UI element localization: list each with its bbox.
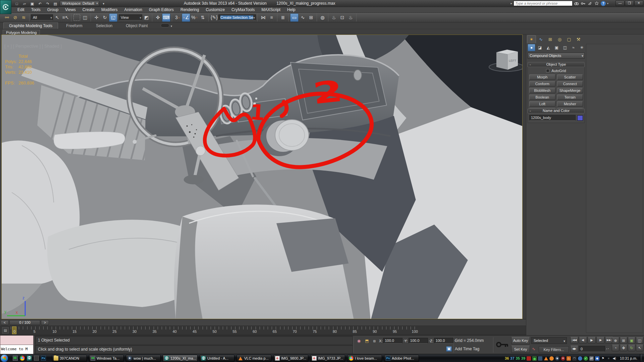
tray-graphics-icon[interactable] xyxy=(538,356,542,361)
loft-button[interactable]: Loft xyxy=(529,101,555,107)
show-desktop-button[interactable] xyxy=(640,354,642,362)
menu-crymaxtools[interactable]: CryMaxTools xyxy=(228,7,258,13)
tray-adobe-icon[interactable] xyxy=(527,356,531,361)
key-step-mode-toggle[interactable]: ◀▶ xyxy=(570,346,578,352)
taskbar-button-photoshop[interactable]: Ps Adobe Phot... xyxy=(384,355,419,362)
help-flyout-icon[interactable]: ▾ xyxy=(607,2,608,5)
spinner-snap-toggle-icon[interactable]: ⇅ xyxy=(199,13,207,22)
tray-usb-icon[interactable]: ⇄ xyxy=(589,356,594,361)
menu-modifiers[interactable]: Modifiers xyxy=(98,7,121,13)
tray-audio-icon[interactable] xyxy=(549,356,554,361)
add-time-tag[interactable]: Add Time Tag xyxy=(455,347,479,351)
quick-access-flyout-icon[interactable]: ▾ xyxy=(100,1,107,6)
selection-lock-icon[interactable]: ⬒ xyxy=(364,338,370,344)
save-file-button[interactable]: ▣ xyxy=(29,1,36,6)
zoom-icon[interactable]: ⊕ xyxy=(612,337,619,344)
connect-button[interactable]: Connect xyxy=(557,81,583,86)
open-file-button[interactable]: ▱ xyxy=(21,1,28,6)
terrain-button[interactable]: Terrain xyxy=(557,95,583,100)
object-color-swatch[interactable] xyxy=(577,115,583,121)
search-input[interactable] xyxy=(514,1,573,6)
viewport-label[interactable]: [ + ] [ Perspective ] [ Shaded ] xyxy=(4,44,62,49)
ribbon-tab-freeform[interactable]: Freeform xyxy=(61,23,88,29)
use-pivot-center-icon[interactable]: ◩ xyxy=(142,13,151,22)
project-folder-button[interactable]: ▤ xyxy=(52,1,59,6)
category-systems-icon[interactable]: ✳ xyxy=(578,44,586,51)
taskbar-button-img-9800[interactable]: IMG_9800.JP... xyxy=(273,355,308,362)
rollout-collapse-icon[interactable]: - xyxy=(530,109,531,113)
unlink-selection-icon[interactable]: ⊘ xyxy=(11,13,19,22)
x-coordinate-field[interactable]: 100.0 xyxy=(383,338,402,344)
object-name-field[interactable]: 1200s_body xyxy=(529,115,576,121)
go-to-start-button[interactable]: |◀◀ xyxy=(570,337,578,344)
menu-graph-editors[interactable]: Graph Editors xyxy=(146,7,177,13)
conform-button[interactable]: Conform xyxy=(529,81,555,86)
perspective-viewport[interactable]: 1 2 [ + ] [ Perspective ] [ Shaded ] Tot… xyxy=(1,35,523,319)
maximize-viewport-toggle-icon[interactable]: ↖ xyxy=(636,345,643,351)
tray-volume-icon[interactable]: ◀) xyxy=(612,356,616,361)
blobmesh-button[interactable]: BlobMesh xyxy=(529,88,555,93)
zoom-extents-all-icon[interactable]: ◫ xyxy=(636,337,643,344)
quicklaunch-chrome-icon[interactable] xyxy=(20,356,25,361)
zoom-extents-icon[interactable]: ▣ xyxy=(628,337,635,344)
default-in-out-tangents-icon[interactable]: ∿ xyxy=(532,347,535,351)
edit-named-selection-sets-icon[interactable]: {✎} xyxy=(210,13,218,22)
current-frame-field[interactable]: 0 xyxy=(579,346,605,352)
select-and-scale-icon[interactable]: ◱ xyxy=(109,13,117,22)
open-mini-curve-editor-icon[interactable]: ▤ xyxy=(2,327,9,334)
maxscript-mini-listener-macro[interactable] xyxy=(0,336,34,345)
field-of-view-icon[interactable]: ◔ xyxy=(612,345,619,351)
name-color-rollout-header[interactable]: - Name and Color xyxy=(528,108,585,113)
tray-satellite-icon[interactable]: ◠ xyxy=(572,356,577,361)
menu-animation[interactable]: Animation xyxy=(121,7,146,13)
favorites-star-icon[interactable] xyxy=(594,1,599,6)
align-icon[interactable]: ≡ xyxy=(267,13,276,22)
quicklaunch-3dsmax-icon[interactable]: ⓖ xyxy=(27,356,32,361)
graphite-ribbon-toggle-icon[interactable]: ▭ xyxy=(290,13,299,22)
material-editor-icon[interactable]: ◍ xyxy=(318,13,327,22)
category-helpers-icon[interactable]: ◫ xyxy=(561,44,569,51)
communication-center-icon[interactable] xyxy=(587,1,593,6)
workspace-dropdown[interactable]: Workspace: Default xyxy=(60,1,99,6)
key-mode-dropdown[interactable]: Selected xyxy=(531,337,567,344)
help-icon[interactable]: ? xyxy=(601,1,606,6)
keyboard-override-toggle-icon[interactable]: ⌨ xyxy=(162,13,170,22)
bind-to-space-warp-icon[interactable]: ≋ xyxy=(19,13,28,22)
object-category-dropdown[interactable]: Compound Objects xyxy=(528,53,585,59)
ribbon-tab-object-paint[interactable]: Object Paint xyxy=(120,23,153,29)
frame-spinner[interactable]: ▲▼ xyxy=(606,346,609,352)
category-shapes-icon[interactable]: ◪ xyxy=(536,44,544,51)
object-type-rollout-header[interactable]: - Object Type xyxy=(528,62,585,67)
select-by-name-icon[interactable]: ≡↖ xyxy=(61,13,70,22)
tab-utilities-icon[interactable]: ⚒ xyxy=(574,35,583,43)
category-spacewarps-icon[interactable]: ≈ xyxy=(570,44,577,51)
mirror-icon[interactable]: ⋈ xyxy=(259,13,267,22)
minimize-button[interactable]: — xyxy=(615,0,625,6)
ribbon-tab-graphite-modeling-tools[interactable]: Graphite Modeling Tools xyxy=(3,22,58,29)
rectangular-selection-region-icon[interactable] xyxy=(73,14,80,21)
z-coordinate-field[interactable]: 100.0 xyxy=(434,338,453,344)
tab-hierarchy-icon[interactable]: ⊞ xyxy=(546,35,555,43)
select-and-manipulate-icon[interactable]: ✜ xyxy=(154,13,162,22)
select-and-rotate-icon[interactable]: ↻ xyxy=(101,13,109,22)
snaps-toggle-icon[interactable]: 3∩ xyxy=(173,13,182,22)
next-key-button[interactable]: |▶ xyxy=(596,337,604,344)
category-geometry-icon[interactable]: ● xyxy=(528,44,535,51)
previous-frame-button[interactable]: < xyxy=(1,320,9,325)
subscription-key-icon[interactable] xyxy=(581,1,586,6)
render-production-icon[interactable]: ♨ xyxy=(346,13,355,22)
taskbar-button-img-9733[interactable]: IMG_9733.JP... xyxy=(310,355,345,362)
tray-antivirus-icon[interactable]: ✓ xyxy=(584,356,588,361)
menu-group[interactable]: Group xyxy=(44,7,62,13)
menu-help[interactable]: Help xyxy=(284,7,299,13)
search-expand-icon[interactable]: ▸ xyxy=(511,2,512,5)
ribbon-tab-selection[interactable]: Selection xyxy=(91,23,118,29)
taskbar-button-chrome-page[interactable]: I love beam... xyxy=(347,355,382,362)
layer-manager-icon[interactable]: ≣ xyxy=(279,13,287,22)
tray-steam-icon[interactable] xyxy=(555,356,559,361)
previous-key-button[interactable]: ◀| xyxy=(579,337,587,344)
tab-modify-icon[interactable]: ∿ xyxy=(536,35,545,43)
undo-button[interactable]: ↶ xyxy=(37,1,43,6)
menu-views[interactable]: Views xyxy=(62,7,79,13)
reference-coordinate-dropdown[interactable]: View xyxy=(119,14,142,20)
